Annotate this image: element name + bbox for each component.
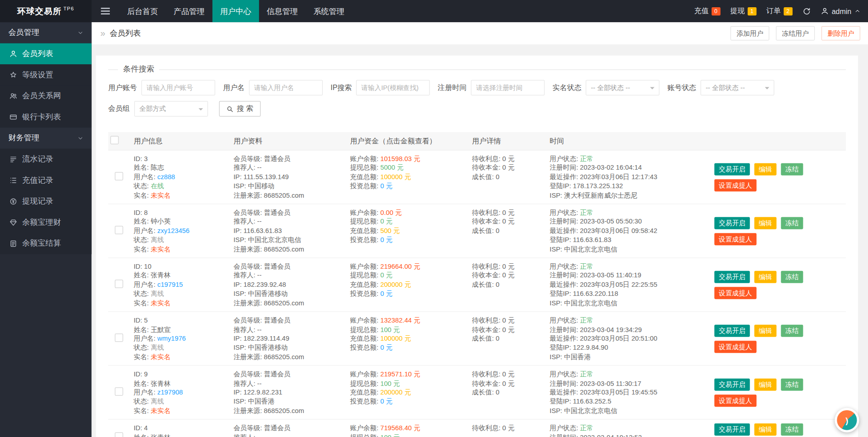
balance-value[interactable]: 101598.03 元 [380, 155, 420, 162]
username-value[interactable]: cz888 [157, 173, 175, 181]
user-menu[interactable]: admin [821, 7, 860, 15]
balance-value[interactable]: 219664.00 元 [380, 262, 420, 270]
edit-button[interactable]: 编辑 [755, 378, 777, 390]
withdraw-value[interactable]: 100 元 [380, 433, 400, 437]
username-value[interactable]: z197908 [157, 389, 183, 396]
edit-button[interactable]: 编辑 [755, 217, 777, 229]
set-withdrawer-button[interactable]: 设置成提人 [714, 394, 756, 407]
sidebar-item-yuebao-settle[interactable]: 余额宝结算 [0, 233, 91, 254]
recharge-value[interactable]: 200000 元 [380, 281, 411, 289]
ip-input[interactable] [356, 80, 430, 95]
refresh-icon[interactable] [802, 7, 811, 15]
edit-button[interactable]: 编辑 [755, 423, 777, 436]
balance-value[interactable]: 719568.40 元 [380, 424, 420, 432]
header-shortcut-withdraw[interactable]: 提现1 [730, 6, 756, 16]
recharge-value[interactable]: 200000 元 [380, 389, 411, 396]
row-line-balance: 账户余额: 719568.40 元 [350, 423, 467, 432]
freeze-button[interactable]: 冻结 [781, 324, 803, 337]
freeze-button[interactable]: 冻结 [781, 163, 803, 175]
sidebar-item-yuebao-invest[interactable]: 余额宝理财 [0, 212, 91, 233]
row-checkbox[interactable] [115, 226, 123, 234]
shortcut-label: 充值 [694, 6, 708, 16]
sidebar-item-member-list[interactable]: 会员列表 [0, 43, 91, 65]
freeze-button[interactable]: 冻结 [781, 271, 803, 283]
recharge-value[interactable]: 100000 元 [380, 173, 411, 181]
freeze-user-button[interactable]: 冻结用户 [776, 26, 815, 41]
recharge-value[interactable]: 500 元 [380, 227, 400, 235]
withdraw-value[interactable]: 0 元 [380, 271, 392, 279]
member-group-select[interactable]: 全部方式 [134, 101, 208, 116]
withdraw-value[interactable]: 5000 元 [380, 164, 404, 171]
set-withdrawer-button[interactable]: 设置成提人 [714, 233, 756, 245]
set-withdrawer-button[interactable]: 设置成提人 [714, 341, 756, 353]
freeze-button[interactable]: 冻结 [781, 423, 803, 436]
id-value: 8 [144, 209, 148, 216]
freeze-button[interactable]: 冻结 [781, 378, 803, 390]
balance-value[interactable]: 219571.10 元 [380, 370, 420, 378]
trade-open-button[interactable]: 交易开启 [714, 163, 750, 175]
sidebar-item-withdraw-records[interactable]: 提现记录 [0, 191, 91, 212]
withdraw-value[interactable]: 0 元 [380, 218, 392, 225]
reg-time-input[interactable] [471, 80, 545, 95]
search-button[interactable]: 搜 索 [219, 101, 261, 116]
edit-button[interactable]: 编辑 [755, 271, 777, 283]
balance-value[interactable]: 0.00 元 [380, 209, 401, 216]
set-withdrawer-button[interactable]: 设置成提人 [714, 287, 756, 299]
add-user-button[interactable]: 添加用户 [731, 26, 769, 41]
withdraw-value[interactable]: 100 元 [380, 380, 400, 387]
sidebar-item-recharge-records[interactable]: 充值记录 [0, 170, 91, 191]
row-checkbox[interactable] [115, 387, 123, 395]
balance-value[interactable]: 132382.44 元 [380, 316, 420, 324]
name-label: 姓名: [134, 271, 151, 279]
invest-value[interactable]: 0 元 [380, 290, 392, 298]
row-checkbox[interactable] [115, 333, 123, 342]
sidebar-item-level-settings[interactable]: 等级设置 [0, 64, 91, 86]
row-checkbox[interactable] [115, 280, 123, 288]
login-ip-value: 122.9.84.90 [573, 344, 608, 352]
nav-tab-information[interactable]: 信息管理 [259, 0, 306, 22]
trade-open-button[interactable]: 交易开启 [714, 378, 750, 390]
invest-value[interactable]: 0 元 [380, 398, 392, 405]
header-shortcut-orders[interactable]: 订单2 [766, 6, 793, 16]
trade-open-button[interactable]: 交易开启 [714, 271, 750, 283]
sidebar-item-label: 流水记录 [22, 154, 53, 164]
invest-value[interactable]: 0 元 [380, 182, 392, 190]
menu-toggle-button[interactable] [96, 0, 115, 22]
nav-tab-products[interactable]: 产品管理 [166, 0, 212, 22]
trade-open-button[interactable]: 交易开启 [714, 324, 750, 337]
nav-tab-user-center[interactable]: 用户中心 [212, 0, 259, 22]
nav-tab-dashboard[interactable]: 后台首页 [119, 0, 166, 22]
edit-button[interactable]: 编辑 [755, 324, 777, 337]
account-input[interactable] [142, 80, 215, 95]
select-all-checkbox[interactable] [110, 136, 118, 144]
withdraw-label: 提现总额: [350, 271, 380, 279]
row-checkbox[interactable] [115, 432, 123, 437]
username-input[interactable] [249, 80, 323, 95]
username-value[interactable]: wmy1976 [157, 335, 186, 342]
account-status-select[interactable]: -- 全部状态 -- [701, 80, 774, 95]
invest-value[interactable]: 0 元 [380, 236, 392, 244]
withdraw-value[interactable]: 100 元 [380, 326, 400, 333]
sidebar-item-bank-card-list[interactable]: 银行卡列表 [0, 107, 91, 128]
chat-widget-button[interactable]: ) [835, 408, 859, 432]
trade-open-button[interactable]: 交易开启 [714, 217, 750, 229]
state-value: 在线 [151, 182, 164, 190]
sidebar-item-flow-records[interactable]: 流水记录 [0, 149, 91, 170]
edit-button[interactable]: 编辑 [755, 163, 777, 175]
sidebar-section-member-management[interactable]: 会员管理 [0, 22, 91, 43]
trade-open-button[interactable]: 交易开启 [714, 423, 750, 436]
sidebar-item-member-network[interactable]: 会员关系网 [0, 86, 91, 107]
username-value[interactable]: c197915 [157, 281, 183, 289]
row-checkbox[interactable] [115, 172, 123, 180]
recharge-value[interactable]: 100000 元 [380, 335, 411, 342]
header-shortcut-recharge[interactable]: 充值0 [694, 6, 720, 16]
sidebar-section-finance-management[interactable]: 财务管理 [0, 128, 91, 149]
search-field-ip: IP搜索 [330, 80, 430, 95]
set-withdrawer-button[interactable]: 设置成提人 [714, 179, 756, 191]
delete-user-button[interactable]: 删除用户 [821, 26, 860, 41]
username-value[interactable]: zxy123456 [157, 227, 189, 235]
freeze-button[interactable]: 冻结 [781, 217, 803, 229]
nav-tab-system[interactable]: 系统管理 [306, 0, 352, 22]
invest-value[interactable]: 0 元 [380, 344, 392, 352]
realname-status-select[interactable]: -- 全部状态 -- [586, 80, 660, 95]
